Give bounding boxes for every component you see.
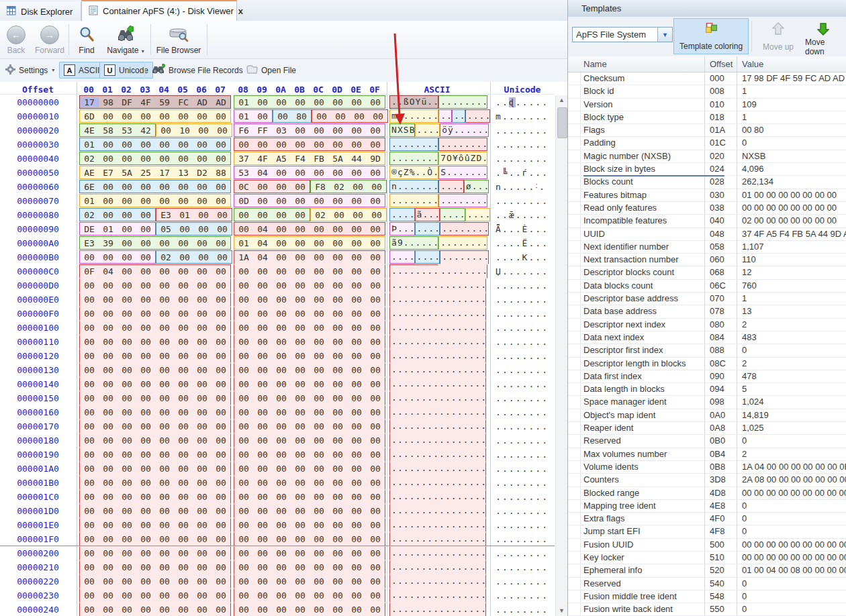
field-row[interactable]: Fusion middle tree ident5480 [568,591,846,603]
ascii-toggle[interactable]: A ASCII [59,62,104,79]
hex-field-segment[interactable]: 0000000000000000 [79,335,231,349]
ascii-field-segment[interactable]: ........ [438,95,487,109]
hex-field-segment[interactable]: 0000000000000000 [79,462,231,476]
unicode-text[interactable]: m....... [496,109,553,123]
unicode-text[interactable]: ..ǣ..... [496,208,553,222]
ascii-field-segment[interactable]: ................ [389,321,486,335]
hex-field-segment[interactable]: 02000000 [79,208,156,221]
hex-row[interactable]: 000000A0E3390000000000000104000000000000… [0,236,555,250]
ascii-field-segment[interactable]: ................ [389,377,486,391]
hex-row[interactable]: 0000013000000000000000000000000000000000… [0,363,555,377]
ascii-field-segment[interactable]: ................ [389,476,486,490]
unicode-text[interactable]: ........ [496,377,553,391]
field-row[interactable]: Padding01C0 [568,137,846,150]
hex-field-segment[interactable]: 0000000000000000 [234,321,385,335]
hex-field-segment[interactable]: 02000000 [310,208,387,221]
hex-field-segment[interactable]: F8020000 [310,180,387,193]
field-row[interactable]: Descriptor base address0701 [568,293,846,305]
hex-field-segment[interactable]: 0000000000000000 [79,307,231,321]
unicode-text[interactable]: Ǟ...Ѐ... [496,222,553,236]
hex-field-segment[interactable]: 0100000000000000 [79,138,231,151]
field-row[interactable]: UUID04837 4F A5 F4 FB 5A 44 9D A... [568,228,846,241]
hex-row[interactable]: 000000D000000000000000000000000000000000… [0,278,555,293]
field-row[interactable]: Fusion UUID50000 00 00 00 00 00 00 00 00… [568,539,846,552]
ascii-field-segment[interactable]: ........ [389,264,438,278]
hex-field-segment[interactable]: 0000000000000000 [79,419,231,433]
ascii-field-segment[interactable]: ................ [389,546,486,560]
hex-field-segment[interactable]: 4E585342 [79,123,156,137]
ascii-field-segment[interactable]: ........ [438,138,487,151]
hex-field-segment[interactable]: 0000000000000000 [234,335,385,349]
ascii-field-segment[interactable]: Þ... [389,222,415,236]
hex-field-segment[interactable]: AEE75A251713D288 [79,166,231,179]
field-row[interactable]: Object's map ident0A014,819 [568,409,846,422]
unicode-text[interactable]: ........ [496,476,553,490]
close-icon[interactable]: x [238,7,243,15]
hex-field-segment[interactable]: 0000000000000000 [234,138,385,151]
open-file-button[interactable]: Open File [242,62,300,79]
ascii-field-segment[interactable]: ........ [440,250,489,264]
scrollbar-thumb[interactable] [557,107,567,138]
hex-row[interactable]: 0000010000000000000000000000000000000000… [0,321,555,335]
unicode-text[interactable]: ..ɖ..... [496,95,553,109]
field-row[interactable]: Descriptor blocks count06812 [568,266,846,279]
hex-field-segment[interactable]: 0F04000000000000 [79,264,231,278]
hex-row[interactable]: 0000008002000000E30100000000000002000000… [0,208,555,222]
hex-field-segment[interactable]: 00000000 [234,208,310,221]
hex-field-segment[interactable]: 0000000000000000 [234,377,385,391]
settings-button[interactable]: Settings ▾ [1,62,58,79]
hex-field-segment[interactable]: 0000000000000000 [234,391,385,405]
hex-field-segment[interactable]: 0D00000000000000 [234,194,385,207]
ascii-field-segment[interactable]: ................ [389,448,486,462]
hex-field-segment[interactable]: 0000000000000000 [79,363,231,377]
hex-field-segment[interactable]: 0000000000000000 [234,433,385,448]
ascii-field-segment[interactable]: ................ [389,490,486,504]
unicode-text[interactable]: ........ [496,419,553,433]
hex-row[interactable]: 0000020000000000000000000000000000000000… [0,546,555,560]
field-row[interactable]: Next transaction number060110 [568,254,846,266]
ascii-field-segment[interactable]: ã9...... [389,236,438,250]
hex-row[interactable]: 0000011000000000000000000000000000000000… [0,335,555,349]
ascii-field-segment[interactable]: ................ [389,560,486,574]
hex-field-segment[interactable]: 0000000000000000 [234,278,385,293]
unicode-text[interactable]: ........ [496,307,553,321]
hex-row[interactable]: 0000022000000000000000000000000000000000… [0,574,555,588]
hex-row[interactable]: 000000F000000000000000000000000000000000… [0,307,555,321]
hex-field-segment[interactable]: 0100 [234,109,273,123]
hex-field-segment[interactable]: 0000000000000000 [79,588,231,603]
hex-field-segment[interactable]: 0000000000000000 [79,603,231,616]
hex-field-segment[interactable]: 0000000000000000 [79,546,231,560]
field-row[interactable]: Version010109 [568,99,846,111]
hex-field-segment[interactable]: 0000000000000000 [79,278,231,293]
hex-field-segment[interactable]: 00000000 [312,109,388,123]
ascii-field-segment[interactable]: ................ [389,603,486,616]
hex-field-segment[interactable]: 0000000000000000 [79,560,231,574]
hex-row[interactable]: 0000007001000000000000000D00000000000000… [0,194,555,208]
ascii-field-segment[interactable]: ................ [389,462,486,476]
unicode-text[interactable]: ........ [496,490,553,504]
field-row[interactable]: Features bitmap03001 00 00 00 00 00 00 0… [568,189,846,202]
hex-field-segment[interactable]: 6D00000000000000 [79,109,231,123]
template-select[interactable]: ApFS File System ▼ [572,27,673,42]
unicode-text[interactable]: ........ [496,335,553,349]
unicode-text[interactable]: ........ [496,194,553,208]
unicode-text[interactable]: ........ [496,560,553,574]
ascii-field-segment[interactable]: .. [452,109,465,123]
ascii-field-segment[interactable]: ................ [389,405,486,419]
ascii-field-segment[interactable]: ........ [389,194,438,207]
field-row[interactable]: Descriptor next index0802 [568,319,846,331]
hex-field-segment[interactable]: 0000000000000000 [79,433,231,448]
hex-row[interactable]: 000001D000000000000000000000000000000000… [0,504,555,518]
ascii-field-segment[interactable]: ........ [389,152,438,165]
unicode-text[interactable]: ........ [496,433,553,448]
ascii-field-segment[interactable]: .... [465,208,491,221]
hex-row[interactable]: 000001E000000000000000000000000000000000… [0,518,555,532]
field-row[interactable]: Reaper ident0A81,025 [568,422,846,435]
ascii-field-segment[interactable]: .... [415,222,440,236]
ascii-field-segment[interactable]: ................ [389,588,486,603]
hex-row[interactable]: 0000018000000000000000000000000000000000… [0,433,555,448]
ascii-field-segment[interactable]: öÿ...... [440,123,489,137]
hex-field-segment[interactable]: 1A04000000000000 [234,250,385,264]
ascii-field-segment[interactable]: .... [389,208,415,221]
unicode-text[interactable]: ........ [496,349,553,363]
